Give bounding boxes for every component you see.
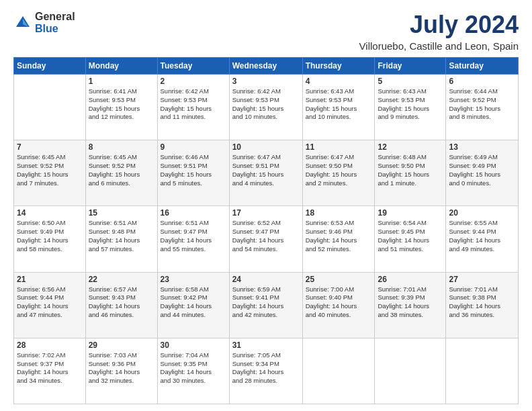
cell-info: Sunrise: 6:53 AM Sunset: 9:46 PM Dayligh…	[306, 219, 372, 253]
calendar-week-row: 21Sunrise: 6:56 AM Sunset: 9:44 PM Dayli…	[14, 272, 519, 338]
calendar-cell: 11Sunrise: 6:47 AM Sunset: 9:50 PM Dayli…	[302, 140, 375, 206]
calendar-cell: 21Sunrise: 6:56 AM Sunset: 9:44 PM Dayli…	[14, 272, 86, 338]
calendar-cell: 31Sunrise: 7:05 AM Sunset: 9:34 PM Dayli…	[229, 338, 302, 404]
calendar-cell: 25Sunrise: 7:00 AM Sunset: 9:40 PM Dayli…	[302, 272, 375, 338]
cell-date: 20	[449, 208, 515, 218]
calendar-header-row: SundayMondayTuesdayWednesdayThursdayFrid…	[14, 58, 519, 75]
cell-info: Sunrise: 6:57 AM Sunset: 9:43 PM Dayligh…	[89, 285, 154, 320]
cell-date: 22	[89, 275, 154, 284]
calendar-header-monday: Monday	[85, 58, 157, 75]
cell-date: 15	[89, 208, 154, 218]
cell-date: 6	[449, 77, 515, 86]
calendar-header-saturday: Saturday	[446, 58, 519, 75]
calendar-cell	[446, 338, 519, 404]
calendar-cell: 17Sunrise: 6:52 AM Sunset: 9:47 PM Dayli…	[229, 206, 302, 272]
calendar-week-row: 14Sunrise: 6:50 AM Sunset: 9:49 PM Dayli…	[14, 206, 519, 272]
cell-info: Sunrise: 6:51 AM Sunset: 9:47 PM Dayligh…	[161, 219, 226, 253]
calendar-cell	[14, 75, 86, 140]
cell-date: 29	[89, 340, 154, 350]
calendar-cell	[302, 338, 375, 404]
calendar-cell: 30Sunrise: 7:04 AM Sunset: 9:35 PM Dayli…	[157, 338, 229, 404]
logo: General Blue	[13, 11, 75, 34]
cell-info: Sunrise: 6:59 AM Sunset: 9:41 PM Dayligh…	[232, 285, 300, 320]
cell-date: 23	[161, 275, 226, 284]
cell-info: Sunrise: 7:01 AM Sunset: 9:39 PM Dayligh…	[378, 285, 443, 320]
calendar-cell: 6Sunrise: 6:44 AM Sunset: 9:52 PM Daylig…	[446, 75, 519, 140]
cell-info: Sunrise: 7:03 AM Sunset: 9:36 PM Dayligh…	[89, 351, 154, 385]
page: General Blue July 2024 Villoruebo, Casti…	[0, 0, 532, 411]
cell-date: 18	[306, 208, 372, 218]
calendar-cell: 1Sunrise: 6:41 AM Sunset: 9:53 PM Daylig…	[85, 75, 157, 140]
cell-info: Sunrise: 6:45 AM Sunset: 9:52 PM Dayligh…	[17, 153, 83, 187]
title-block: July 2024 Villoruebo, Castille and Leon,…	[359, 11, 519, 52]
cell-info: Sunrise: 6:45 AM Sunset: 9:52 PM Dayligh…	[89, 153, 154, 187]
calendar-cell: 3Sunrise: 6:42 AM Sunset: 9:53 PM Daylig…	[229, 75, 302, 140]
calendar-cell: 16Sunrise: 6:51 AM Sunset: 9:47 PM Dayli…	[157, 206, 229, 272]
calendar-cell: 8Sunrise: 6:45 AM Sunset: 9:52 PM Daylig…	[85, 140, 157, 206]
cell-info: Sunrise: 7:02 AM Sunset: 9:37 PM Dayligh…	[17, 351, 83, 385]
calendar-cell: 7Sunrise: 6:45 AM Sunset: 9:52 PM Daylig…	[14, 140, 86, 206]
cell-date: 24	[232, 275, 300, 284]
cell-date: 21	[17, 275, 83, 284]
logo-blue: Blue	[35, 23, 75, 35]
cell-date: 2	[161, 77, 226, 86]
cell-date: 16	[161, 208, 226, 218]
cell-date: 3	[232, 77, 300, 86]
calendar-cell: 23Sunrise: 6:58 AM Sunset: 9:42 PM Dayli…	[157, 272, 229, 338]
cell-date: 26	[378, 275, 443, 284]
cell-date: 31	[232, 340, 300, 350]
cell-info: Sunrise: 7:00 AM Sunset: 9:40 PM Dayligh…	[306, 285, 372, 320]
cell-info: Sunrise: 6:41 AM Sunset: 9:53 PM Dayligh…	[89, 87, 154, 122]
cell-date: 1	[89, 77, 154, 86]
cell-date: 5	[378, 77, 443, 86]
calendar-cell: 9Sunrise: 6:46 AM Sunset: 9:51 PM Daylig…	[157, 140, 229, 206]
cell-info: Sunrise: 6:42 AM Sunset: 9:53 PM Dayligh…	[232, 87, 300, 122]
cell-info: Sunrise: 7:05 AM Sunset: 9:34 PM Dayligh…	[232, 351, 300, 385]
calendar-cell: 20Sunrise: 6:55 AM Sunset: 9:44 PM Dayli…	[446, 206, 519, 272]
cell-date: 27	[449, 275, 515, 284]
calendar-header-tuesday: Tuesday	[157, 58, 229, 75]
cell-info: Sunrise: 6:56 AM Sunset: 9:44 PM Dayligh…	[17, 285, 83, 320]
calendar-cell: 13Sunrise: 6:49 AM Sunset: 9:49 PM Dayli…	[446, 140, 519, 206]
cell-date: 17	[232, 208, 300, 218]
cell-info: Sunrise: 6:49 AM Sunset: 9:49 PM Dayligh…	[449, 153, 515, 187]
cell-date: 8	[89, 142, 154, 152]
calendar-cell: 12Sunrise: 6:48 AM Sunset: 9:50 PM Dayli…	[375, 140, 446, 206]
cell-info: Sunrise: 6:51 AM Sunset: 9:48 PM Dayligh…	[89, 219, 154, 253]
cell-date: 12	[378, 142, 443, 152]
calendar-cell: 24Sunrise: 6:59 AM Sunset: 9:41 PM Dayli…	[229, 272, 302, 338]
calendar-header-friday: Friday	[375, 58, 446, 75]
cell-info: Sunrise: 6:47 AM Sunset: 9:51 PM Dayligh…	[232, 153, 300, 187]
cell-date: 7	[17, 142, 83, 152]
cell-info: Sunrise: 7:01 AM Sunset: 9:38 PM Dayligh…	[449, 285, 515, 320]
cell-info: Sunrise: 6:54 AM Sunset: 9:45 PM Dayligh…	[378, 219, 443, 253]
calendar-week-row: 28Sunrise: 7:02 AM Sunset: 9:37 PM Dayli…	[14, 338, 519, 404]
logo-text: General Blue	[35, 11, 75, 34]
cell-info: Sunrise: 6:52 AM Sunset: 9:47 PM Dayligh…	[232, 219, 300, 253]
calendar-cell	[375, 338, 446, 404]
calendar-header-sunday: Sunday	[14, 58, 86, 75]
calendar-week-row: 1Sunrise: 6:41 AM Sunset: 9:53 PM Daylig…	[14, 75, 519, 140]
cell-date: 14	[17, 208, 83, 218]
cell-info: Sunrise: 6:48 AM Sunset: 9:50 PM Dayligh…	[378, 153, 443, 187]
calendar-cell: 5Sunrise: 6:43 AM Sunset: 9:53 PM Daylig…	[375, 75, 446, 140]
cell-date: 30	[161, 340, 226, 350]
calendar-cell: 29Sunrise: 7:03 AM Sunset: 9:36 PM Dayli…	[85, 338, 157, 404]
header: General Blue July 2024 Villoruebo, Casti…	[13, 11, 519, 52]
cell-info: Sunrise: 6:43 AM Sunset: 9:53 PM Dayligh…	[306, 87, 372, 122]
logo-icon	[13, 13, 32, 32]
calendar-week-row: 7Sunrise: 6:45 AM Sunset: 9:52 PM Daylig…	[14, 140, 519, 206]
subtitle: Villoruebo, Castille and Leon, Spain	[359, 40, 519, 52]
calendar-cell: 27Sunrise: 7:01 AM Sunset: 9:38 PM Dayli…	[446, 272, 519, 338]
logo-general: General	[35, 11, 75, 23]
cell-info: Sunrise: 6:55 AM Sunset: 9:44 PM Dayligh…	[449, 219, 515, 253]
calendar-table: SundayMondayTuesdayWednesdayThursdayFrid…	[13, 57, 519, 404]
calendar-cell: 2Sunrise: 6:42 AM Sunset: 9:53 PM Daylig…	[157, 75, 229, 140]
cell-date: 4	[306, 77, 372, 86]
cell-date: 25	[306, 275, 372, 284]
cell-date: 9	[161, 142, 226, 152]
cell-date: 19	[378, 208, 443, 218]
calendar-cell: 15Sunrise: 6:51 AM Sunset: 9:48 PM Dayli…	[85, 206, 157, 272]
cell-date: 11	[306, 142, 372, 152]
calendar-cell: 28Sunrise: 7:02 AM Sunset: 9:37 PM Dayli…	[14, 338, 86, 404]
